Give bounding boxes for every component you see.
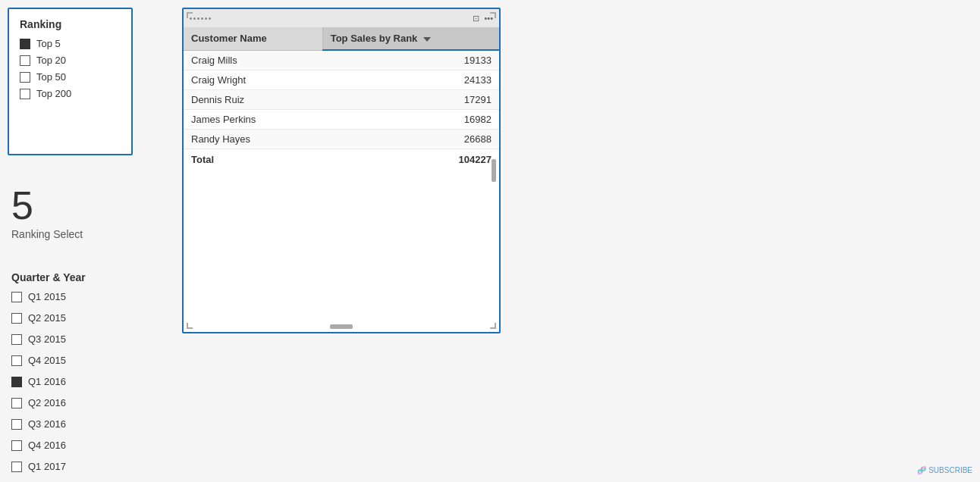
ranking-panel: Ranking Top 5 Top 20 Top 50 Top 200 — [8, 8, 133, 155]
drag-dot — [197, 17, 199, 20]
checkbox-q2-2016-label: Q2 2016 — [28, 397, 66, 408]
checkbox-top20[interactable]: Top 20 — [20, 55, 121, 66]
checkbox-q3-2015[interactable]: Q3 2015 — [11, 333, 140, 345]
resize-corner-tl[interactable] — [187, 12, 193, 18]
ranking-select-label: Ranking Select — [11, 228, 140, 240]
checkbox-q4-2016[interactable]: Q4 2016 — [11, 440, 140, 451]
checkbox-q3-2015-label: Q3 2015 — [28, 333, 66, 345]
ranking-select-section: 5 Ranking Select — [11, 186, 140, 240]
checkbox-top50[interactable]: Top 50 — [20, 71, 121, 83]
checkbox-q1-2016-label: Q1 2016 — [28, 376, 66, 387]
checkbox-q1-2016-box[interactable] — [11, 377, 22, 387]
checkbox-q4-2016-box[interactable] — [11, 440, 22, 451]
customer-name-cell: Randy Hayes — [184, 130, 322, 149]
checkbox-q1-2015-box[interactable] — [11, 292, 22, 302]
checkbox-q4-2015-label: Q4 2015 — [28, 355, 66, 366]
checkbox-top5-box[interactable] — [20, 39, 30, 49]
watermark-text: SUBSCRIBE — [928, 466, 972, 474]
quarter-year-title: Quarter & Year — [11, 271, 140, 283]
watermark: 🧬 SUBSCRIBE — [917, 466, 972, 474]
expand-icon[interactable]: ⊡ — [473, 14, 479, 23]
sales-value-cell: 17291 — [322, 90, 499, 110]
checkbox-q1-2017[interactable]: Q1 2017 — [11, 461, 140, 472]
checkbox-top200-label: Top 200 — [36, 88, 71, 99]
table-row: Dennis Ruiz 17291 — [184, 90, 499, 110]
checkbox-q3-2015-box[interactable] — [11, 334, 22, 345]
checkbox-q4-2015-box[interactable] — [11, 355, 22, 366]
checkbox-q4-2016-label: Q4 2016 — [28, 440, 66, 451]
quarter-year-list: Q1 2015 Q2 2015 Q3 2015 Q4 2015 Q1 2016 … — [11, 291, 140, 482]
checkbox-q2-2016[interactable]: Q2 2016 — [11, 397, 140, 408]
ranking-title: Ranking — [20, 18, 121, 30]
total-label: Total — [184, 149, 322, 171]
ranking-number: 5 — [11, 186, 140, 225]
checkbox-q4-2015[interactable]: Q4 2015 — [11, 355, 140, 366]
customer-name-cell: Craig Mills — [184, 50, 322, 70]
drag-handle[interactable] — [190, 17, 211, 20]
sales-value-cell: 19133 — [322, 50, 499, 70]
checkbox-q1-2017-label: Q1 2017 — [28, 461, 66, 472]
total-value: 104227 — [322, 149, 499, 171]
drag-dot — [201, 17, 203, 20]
drag-dot — [193, 17, 196, 20]
col-top-sales[interactable]: Top Sales by Rank — [322, 27, 499, 50]
resize-handle-bottom[interactable] — [330, 324, 353, 329]
checkbox-q1-2016[interactable]: Q1 2016 — [11, 376, 140, 387]
checkbox-top5[interactable]: Top 5 — [20, 38, 121, 49]
checkbox-q2-2015[interactable]: Q2 2015 — [11, 312, 140, 324]
checkbox-top50-box[interactable] — [20, 72, 30, 83]
sales-value-cell: 26688 — [322, 130, 499, 149]
checkbox-top200[interactable]: Top 200 — [20, 88, 121, 99]
checkbox-q2-2015-box[interactable] — [11, 313, 22, 324]
customer-name-cell: Craig Wright — [184, 70, 322, 90]
main-panel: ⊡ ••• Customer Name Top Sales by Rank Cr… — [182, 8, 501, 333]
sales-table: Customer Name Top Sales by Rank Craig Mi… — [184, 27, 499, 170]
checkbox-q3-2016[interactable]: Q3 2016 — [11, 418, 140, 430]
col-customer-name[interactable]: Customer Name — [184, 27, 322, 50]
sales-value-cell: 24133 — [322, 70, 499, 90]
drag-dot — [209, 17, 211, 20]
resize-handle-right[interactable] — [492, 159, 496, 182]
drag-dot — [205, 17, 207, 20]
checkbox-top50-label: Top 50 — [36, 71, 66, 83]
panel-drag-bar[interactable]: ⊡ ••• — [184, 9, 499, 27]
checkbox-top200-box[interactable] — [20, 89, 30, 99]
sales-value-cell: 16982 — [322, 110, 499, 130]
checkbox-q1-2017-box[interactable] — [11, 462, 22, 472]
customer-name-cell: James Perkins — [184, 110, 322, 130]
checkbox-top5-label: Top 5 — [36, 38, 61, 49]
checkbox-top20-box[interactable] — [20, 55, 30, 66]
total-row: Total 104227 — [184, 149, 499, 171]
checkbox-q2-2016-box[interactable] — [11, 398, 22, 408]
customer-name-cell: Dennis Ruiz — [184, 90, 322, 110]
checkbox-q1-2015[interactable]: Q1 2015 — [11, 291, 140, 302]
resize-corner-br[interactable] — [490, 323, 496, 329]
table-row: Craig Mills 19133 — [184, 50, 499, 70]
checkbox-top20-label: Top 20 — [36, 55, 66, 66]
resize-corner-bl[interactable] — [187, 323, 193, 329]
checkbox-q2-2015-label: Q2 2015 — [28, 312, 66, 324]
resize-corner-tr[interactable] — [490, 12, 496, 18]
quarter-year-section: Quarter & Year Q1 2015 Q2 2015 Q3 2015 Q… — [11, 271, 140, 482]
checkbox-q3-2016-label: Q3 2016 — [28, 418, 66, 430]
table-row: Randy Hayes 26688 — [184, 130, 499, 149]
checkbox-q1-2015-label: Q1 2015 — [28, 291, 66, 302]
table-row: Craig Wright 24133 — [184, 70, 499, 90]
table-row: James Perkins 16982 — [184, 110, 499, 130]
watermark-icon: 🧬 — [917, 466, 926, 474]
checkbox-q3-2016-box[interactable] — [11, 419, 22, 430]
sort-icon — [423, 37, 431, 42]
